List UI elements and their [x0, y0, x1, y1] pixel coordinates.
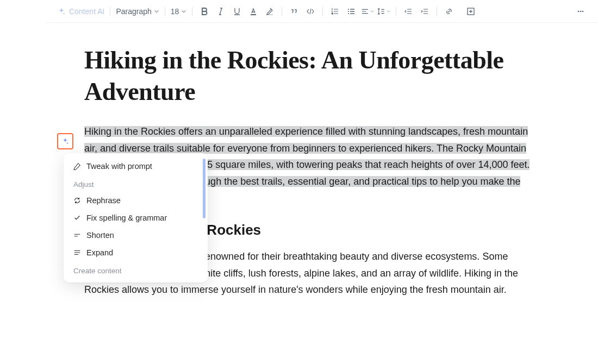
svg-point-8	[582, 10, 584, 12]
font-size-value: 18	[171, 7, 179, 16]
chevron-down-icon	[181, 9, 186, 14]
ai-margin-button[interactable]	[57, 133, 73, 149]
shorten-item[interactable]: Shorten	[64, 227, 208, 244]
underline-button[interactable]	[231, 5, 244, 18]
chevron-down-icon	[154, 9, 159, 14]
shorten-icon	[73, 231, 81, 239]
indent-button[interactable]	[418, 5, 431, 18]
code-button[interactable]	[304, 5, 317, 18]
menu-label: Fix spelling & grammar	[86, 214, 167, 222]
create-content-header: Create content	[64, 261, 208, 278]
italic-button[interactable]	[214, 5, 227, 18]
toolbar-divider	[282, 7, 282, 16]
content-ai-button[interactable]: Content AI	[57, 7, 104, 16]
outdent-button[interactable]	[402, 5, 415, 18]
svg-rect-0	[251, 14, 256, 15]
svg-point-7	[580, 10, 582, 12]
tweak-with-prompt-item[interactable]: Tweak with prompt	[64, 158, 208, 175]
adjust-header: Adjust	[64, 175, 208, 192]
toolbar-divider	[192, 7, 192, 16]
align-button[interactable]	[361, 5, 374, 18]
highlight-button[interactable]	[263, 5, 276, 18]
editor-toolbar: Content AI Paragraph 18	[46, 0, 598, 23]
menu-label: Rephrase	[86, 196, 121, 205]
sparkle-icon	[57, 7, 66, 16]
refresh-icon	[73, 197, 81, 204]
chevron-down-icon	[387, 9, 390, 14]
rephrase-item[interactable]: Rephrase	[64, 192, 208, 209]
svg-rect-1	[266, 14, 273, 15]
quote-button[interactable]	[288, 5, 301, 18]
font-size-select[interactable]: 18	[171, 7, 187, 16]
document-title[interactable]: Hiking in the Rockies: An Unforgettable …	[84, 45, 533, 107]
link-button[interactable]	[443, 5, 456, 18]
ordered-list-button[interactable]	[328, 5, 341, 18]
menu-label: Expand	[86, 248, 113, 257]
unordered-list-button[interactable]	[345, 5, 358, 18]
more-options-button[interactable]	[574, 5, 587, 18]
style-select-value: Paragraph	[116, 7, 151, 16]
fix-spelling-item[interactable]: Fix spelling & grammar	[64, 209, 208, 227]
toolbar-divider	[322, 7, 323, 16]
scrollbar-thumb[interactable]	[203, 159, 205, 218]
svg-point-6	[578, 10, 580, 12]
chevron-down-icon	[370, 9, 374, 14]
toolbar-divider	[165, 7, 165, 16]
text-color-button[interactable]	[247, 5, 260, 18]
pencil-icon	[73, 162, 81, 170]
content-ai-label: Content AI	[69, 7, 104, 16]
insert-button[interactable]	[464, 5, 477, 18]
bold-button[interactable]	[198, 5, 211, 18]
toolbar-divider	[396, 7, 396, 16]
menu-label: Shorten	[86, 231, 114, 240]
paragraph-style-select[interactable]: Paragraph	[116, 7, 159, 16]
ai-context-menu: Tweak with prompt Adjust Rephrase Fix sp…	[64, 153, 208, 283]
menu-label: Tweak with prompt	[86, 162, 152, 171]
line-height-button[interactable]	[377, 5, 390, 18]
svg-point-4	[348, 13, 349, 14]
expand-icon	[73, 249, 81, 256]
svg-point-2	[348, 9, 349, 10]
toolbar-divider	[110, 7, 110, 16]
svg-point-3	[348, 11, 349, 12]
sparkle-icon	[61, 137, 70, 146]
toolbar-divider	[437, 7, 437, 16]
check-icon	[73, 214, 81, 222]
expand-item[interactable]: Expand	[64, 244, 208, 261]
